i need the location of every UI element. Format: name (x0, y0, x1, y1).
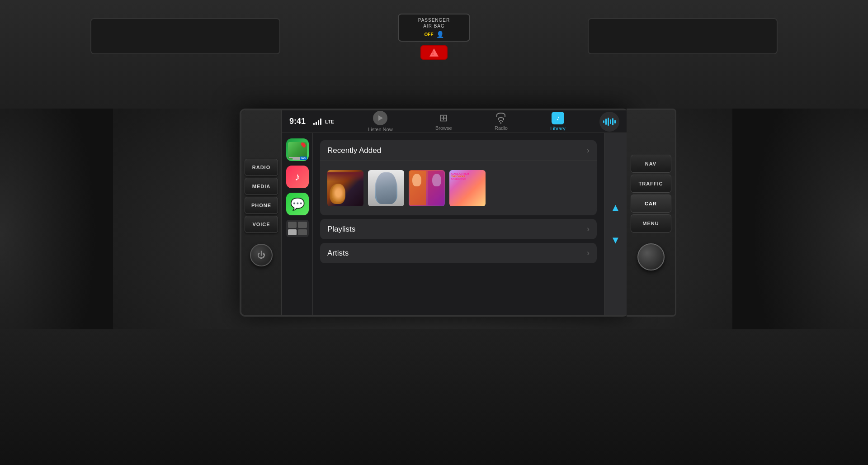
lte-badge: LTE (325, 119, 334, 124)
artists-chevron: › (587, 248, 590, 258)
siri-button[interactable] (599, 112, 619, 132)
vent-right (588, 18, 778, 54)
artists-title: Artists (327, 249, 349, 258)
dashboard-app-icon[interactable] (286, 220, 309, 237)
content-area: 2WS ♪ 💬 (282, 133, 627, 315)
radio-button[interactable]: RADIO (245, 159, 278, 176)
album-4-text: GASLIGHTER THE CHICKS GASLIGHTER (451, 172, 484, 180)
nav-button[interactable]: NAV (631, 155, 671, 173)
tab-radio[interactable]: Radio (489, 111, 513, 133)
messages-bubble-icon: 💬 (290, 197, 305, 211)
scroll-down-button[interactable]: ▼ (607, 231, 624, 250)
messages-app-icon[interactable]: 💬 (286, 193, 309, 215)
playlists-chevron: › (587, 224, 590, 234)
vent-left (90, 18, 280, 54)
album-art-3[interactable] (409, 170, 445, 206)
vent-blades-left (175, 19, 195, 53)
album-art-4[interactable]: GASLIGHTER THE CHICKS GASLIGHTER (449, 170, 486, 206)
airbag-icon: 👤 (436, 31, 444, 38)
maps-app-icon[interactable]: 2WS (286, 138, 309, 161)
albums-row: GASLIGHTER THE CHICKS GASLIGHTER (320, 165, 597, 212)
music-app-icon[interactable]: ♪ (286, 166, 309, 188)
traffic-button[interactable]: TRAFFIC (631, 175, 671, 193)
vent-blades-right (673, 19, 693, 53)
airbag-status-text: OFF (425, 32, 434, 37)
car-interior: PASSENGER AIR BAG OFF 👤 (0, 0, 868, 465)
siri-waveform-icon (603, 117, 616, 126)
tab-library-label: Library (550, 126, 566, 131)
phone-button[interactable]: PHONE (245, 197, 278, 214)
infotainment-unit: RADIO MEDIA PHONE VOICE ⏻ 9:41 LTE (240, 109, 628, 317)
tab-radio-label: Radio (495, 125, 508, 131)
menu-button[interactable]: MENU (631, 214, 671, 232)
airbag-indicator: PASSENGER AIR BAG OFF 👤 (398, 14, 470, 42)
status-time: 9:41 (289, 117, 310, 126)
bottom-dashboard (0, 329, 868, 465)
right-volume-knob[interactable] (637, 243, 665, 270)
app-sidebar: 2WS ♪ 💬 (282, 133, 313, 315)
scroll-up-button[interactable]: ▲ (607, 198, 624, 217)
listen-now-icon (373, 111, 387, 125)
top-vents-area: PASSENGER AIR BAG OFF 👤 (0, 0, 868, 109)
tab-listen-now-label: Listen Now (368, 127, 392, 132)
album-art-1[interactable] (327, 170, 363, 206)
power-icon: ⏻ (257, 251, 265, 260)
recently-added-section: Recently Added › (320, 140, 597, 215)
music-library-content: Recently Added › (313, 133, 604, 315)
browse-icon: ⊞ (439, 112, 448, 124)
playlists-title: Playlists (327, 225, 355, 234)
music-note-icon: ♪ (295, 171, 300, 183)
airbag-indicator-area: PASSENGER AIR BAG OFF 👤 (398, 14, 470, 60)
scroll-panel: ▲ ▼ (604, 133, 627, 315)
artists-section[interactable]: Artists › (320, 243, 597, 263)
car-button[interactable]: CAR (631, 195, 671, 213)
recently-added-header[interactable]: Recently Added › (320, 140, 597, 161)
tab-browse[interactable]: ⊞ Browse (430, 110, 458, 133)
hazard-button[interactable] (420, 45, 448, 60)
airbag-label: PASSENGER AIR BAG (404, 17, 464, 29)
tab-library[interactable]: ♪ Library (545, 110, 571, 133)
playlists-section[interactable]: Playlists › (320, 219, 597, 239)
carplay-screen: 9:41 LTE Listen Now (282, 110, 627, 315)
recently-added-chevron: › (587, 146, 590, 155)
media-button[interactable]: MEDIA (245, 178, 278, 195)
album-art-2[interactable] (368, 170, 404, 206)
right-hardware-panel: NAV TRAFFIC CAR MENU (627, 109, 676, 317)
voice-button[interactable]: VOICE (245, 216, 278, 233)
signal-strength-icon (313, 119, 321, 125)
nav-tabs: Listen Now ⊞ Browse (338, 110, 596, 134)
library-icon: ♪ (552, 112, 564, 124)
status-bar: 9:41 LTE Listen Now (282, 110, 627, 133)
radio-icon (496, 113, 505, 124)
tab-browse-label: Browse (435, 125, 452, 131)
airbag-status: OFF 👤 (404, 31, 464, 38)
tab-listen-now[interactable]: Listen Now (363, 110, 398, 134)
recently-added-title: Recently Added (327, 146, 381, 155)
hazard-icon (429, 48, 439, 57)
power-knob[interactable]: ⏻ (250, 244, 273, 266)
left-hardware-panel: RADIO MEDIA PHONE VOICE ⏻ (241, 110, 282, 315)
